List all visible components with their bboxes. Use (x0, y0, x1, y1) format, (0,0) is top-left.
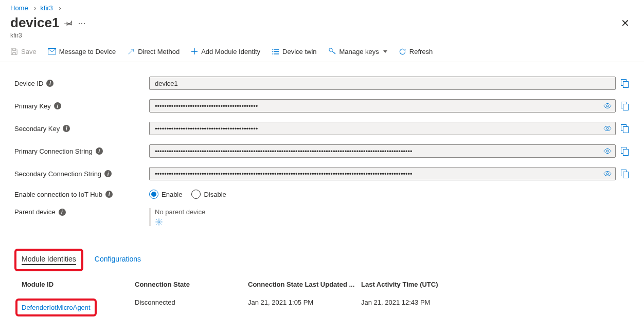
eye-icon[interactable] (603, 171, 612, 177)
svg-point-7 (606, 127, 609, 129)
refresh-icon (399, 48, 406, 55)
add-module-identity-button[interactable]: Add Module Identity (191, 48, 260, 55)
eye-icon[interactable] (603, 103, 612, 109)
radio-unselected-icon (191, 190, 201, 199)
add-module-label: Add Module Identity (201, 48, 260, 55)
no-parent-text: No parent device (155, 208, 205, 216)
refresh-button[interactable]: Refresh (399, 48, 433, 55)
cell-conn-updated: Jan 21, 2021 1:05 PM (248, 299, 361, 316)
tabs: Module Identities Configurations (0, 243, 644, 269)
manage-keys-label: Manage keys (339, 48, 379, 55)
svg-rect-0 (48, 49, 56, 54)
col-module-id[interactable]: Module ID (22, 281, 135, 288)
secondary-key-label: Secondary Key i (14, 125, 149, 133)
disable-radio[interactable]: Disable (191, 190, 226, 199)
breadcrumb: Home › kfir3 › (0, 0, 644, 14)
secondary-conn-label: Secondary Connection String i (14, 170, 149, 178)
svg-rect-3 (623, 81, 629, 87)
device-twin-label: Device twin (282, 48, 316, 55)
chevron-down-icon (383, 50, 387, 53)
cell-last-activity: Jan 21, 2021 12:43 PM (361, 299, 630, 316)
tab-configurations[interactable]: Configurations (95, 249, 141, 266)
tab-module-identities[interactable]: Module Identities (22, 255, 76, 265)
direct-method-label: Direct Method (138, 48, 180, 55)
enable-connection-label: Enable connection to IoT Hub i (14, 191, 149, 198)
device-id-label: Device ID i (14, 80, 149, 87)
info-icon[interactable]: i (54, 102, 61, 109)
copy-icon[interactable] (620, 146, 630, 157)
copy-icon[interactable] (620, 169, 630, 179)
col-connection-state[interactable]: Connection State (135, 281, 248, 288)
radio-selected-icon (149, 190, 158, 199)
secondary-key-input[interactable] (149, 122, 616, 135)
svg-point-16 (158, 221, 160, 223)
disable-radio-label: Disable (204, 191, 226, 198)
enable-radio-label: Enable (162, 191, 182, 198)
save-icon (10, 48, 18, 55)
info-icon[interactable]: i (46, 80, 53, 87)
save-label: Save (21, 48, 37, 55)
page-title: device1 (10, 15, 59, 31)
svg-point-4 (606, 105, 609, 107)
pin-icon[interactable] (64, 19, 73, 27)
info-icon[interactable]: i (63, 125, 70, 132)
eye-icon[interactable] (603, 125, 612, 132)
svg-rect-6 (623, 104, 629, 110)
message-label: Message to Device (59, 48, 116, 55)
copy-icon[interactable] (620, 78, 630, 89)
info-icon[interactable]: i (59, 209, 66, 216)
more-icon[interactable]: ··· (78, 18, 85, 28)
primary-conn-input[interactable] (149, 144, 616, 158)
parent-device-label: Parent device i (14, 208, 149, 216)
highlight-box: Module Identities (14, 249, 83, 271)
info-icon[interactable]: i (96, 147, 103, 155)
cell-conn-state: Disconnected (135, 299, 248, 316)
manage-keys-button[interactable]: Manage keys (328, 47, 387, 55)
primary-conn-label: Primary Connection String i (14, 147, 149, 155)
module-id-link[interactable]: DefenderIotMicroAgent (22, 304, 91, 311)
refresh-label: Refresh (409, 48, 433, 55)
chevron-right-icon: › (34, 4, 36, 12)
page-subtitle: kfir3 (10, 32, 85, 39)
mail-icon (48, 48, 56, 55)
key-icon (328, 47, 336, 55)
direct-method-icon (127, 48, 135, 55)
page-header: device1 ··· kfir3 ✕ (0, 14, 644, 42)
svg-point-10 (606, 150, 609, 152)
col-last-activity[interactable]: Last Activity Time (UTC) (361, 281, 630, 288)
plus-icon (191, 48, 198, 55)
highlight-box: DefenderIotMicroAgent (15, 299, 97, 316)
svg-point-1 (329, 48, 332, 51)
device-id-input[interactable] (149, 77, 616, 90)
properties-form: Device ID i Primary Key i (0, 62, 644, 243)
enable-radio[interactable]: Enable (149, 190, 182, 199)
chevron-right-icon: › (59, 4, 61, 12)
info-icon[interactable]: i (105, 191, 113, 198)
module-identities-table: Module ID Connection State Connection St… (0, 269, 644, 317)
message-to-device-button[interactable]: Message to Device (48, 48, 116, 55)
secondary-conn-input[interactable] (149, 167, 616, 180)
gear-icon[interactable] (155, 218, 205, 226)
svg-rect-9 (623, 126, 629, 133)
breadcrumb-hub[interactable]: kfir3 (40, 4, 53, 12)
breadcrumb-home[interactable]: Home (10, 4, 28, 12)
close-button[interactable]: ✕ (617, 15, 634, 31)
col-conn-updated[interactable]: Connection State Last Updated ... (248, 281, 361, 288)
info-icon[interactable]: i (104, 170, 112, 177)
svg-rect-12 (623, 149, 629, 155)
primary-key-label: Primary Key i (14, 102, 149, 110)
device-twin-button[interactable]: Device twin (272, 48, 316, 55)
table-row[interactable]: DefenderIotMicroAgent Disconnected Jan 2… (22, 293, 630, 317)
svg-rect-15 (623, 172, 629, 178)
copy-icon[interactable] (620, 123, 630, 134)
command-bar: Save Message to Device Direct Method Add… (0, 42, 644, 62)
list-icon (272, 48, 279, 55)
primary-key-input[interactable] (149, 99, 616, 113)
eye-icon[interactable] (603, 148, 612, 154)
svg-point-13 (606, 173, 609, 175)
save-button: Save (10, 48, 37, 55)
direct-method-button[interactable]: Direct Method (127, 48, 180, 55)
copy-icon[interactable] (620, 101, 630, 111)
